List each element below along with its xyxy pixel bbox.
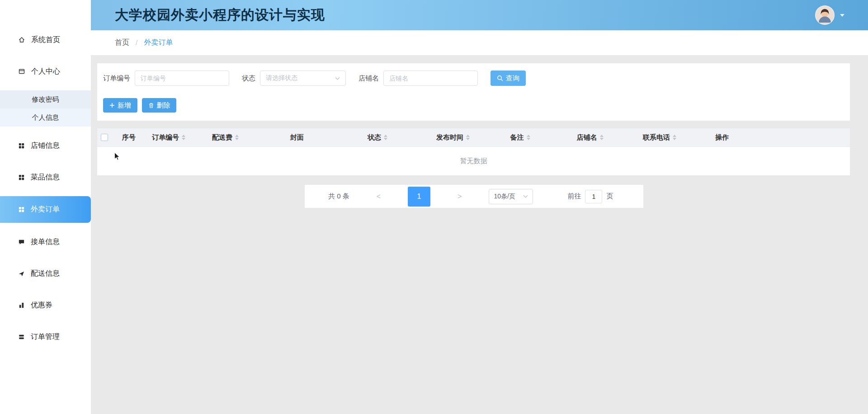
select-all-checkbox[interactable]: [101, 134, 108, 141]
sidebar-item-order-management[interactable]: 订单管理: [0, 324, 91, 349]
home-icon: [18, 36, 25, 43]
page-size-value: 10条/页: [494, 193, 515, 201]
sidebar-item-label: 修改密码: [32, 95, 59, 104]
chevron-down-icon: [335, 77, 340, 80]
search-button[interactable]: 查询: [491, 71, 526, 86]
pagination-prev-button[interactable]: <: [374, 192, 383, 201]
sidebar-submenu: 修改密码 个人信息: [0, 90, 91, 127]
sort-carets-icon: [235, 135, 239, 140]
sidebar-item-label: 个人信息: [32, 113, 59, 122]
grid-icon: [18, 174, 25, 181]
send-icon: [18, 270, 25, 277]
delete-button[interactable]: 删除: [142, 98, 176, 113]
breadcrumb-home[interactable]: 首页: [115, 38, 129, 47]
grid-icon: [18, 206, 25, 213]
column-label: 序号: [122, 133, 136, 142]
sidebar-item-dish-info[interactable]: 菜品信息: [0, 165, 91, 190]
sidebar-item-label: 配送信息: [31, 269, 60, 278]
sidebar-item-system-home[interactable]: 系统首页: [0, 27, 91, 52]
order-no-field: 订单编号: [103, 71, 229, 86]
sidebar-item-personal-center[interactable]: 个人中心: [0, 59, 91, 84]
column-label: 状态: [368, 133, 381, 142]
sort-carets-icon: [182, 135, 185, 140]
table-header-checkbox-cell: [97, 134, 113, 141]
add-button-label: 新增: [118, 101, 131, 110]
shop-name-input[interactable]: [383, 71, 478, 86]
sidebar-item-delivery-info[interactable]: 配送信息: [0, 261, 91, 286]
table-header-order-no[interactable]: 订单编号: [145, 133, 193, 142]
sidebar-item-order-taking-info[interactable]: 接单信息: [0, 229, 91, 254]
pagination-next-button[interactable]: >: [455, 192, 464, 201]
order-no-input[interactable]: [135, 71, 229, 86]
order-no-label: 订单编号: [103, 74, 130, 83]
table-header-phone[interactable]: 联系电话: [627, 133, 693, 142]
sidebar-item-personal-info[interactable]: 个人信息: [0, 108, 91, 127]
sidebar-item-takeout-orders[interactable]: 外卖订单: [0, 196, 91, 223]
sidebar-item-label: 外卖订单: [31, 205, 60, 214]
status-select[interactable]: 请选择状态: [260, 71, 346, 86]
toolbar: 新增 删除: [103, 98, 850, 113]
shop-name-label: 店铺名: [359, 74, 379, 83]
message-icon: [18, 239, 25, 245]
sidebar-item-change-password[interactable]: 修改密码: [0, 90, 91, 108]
chevron-down-icon[interactable]: [840, 14, 844, 17]
shop-name-field: 店铺名: [359, 71, 478, 86]
goto-label: 前往: [567, 192, 581, 201]
column-label: 店铺名: [577, 133, 597, 142]
pagination: 共 0 条 < 1 > 10条/页 前往 页: [305, 185, 643, 208]
sidebar-item-label: 订单管理: [31, 332, 60, 342]
search-button-label: 查询: [506, 74, 519, 83]
sort-carets-icon: [600, 135, 604, 140]
sidebar: 系统首页 个人中心 修改密码 个人信息 店铺信息 菜品信息 外卖订单: [0, 0, 91, 414]
pagination-page-1[interactable]: 1: [408, 187, 430, 207]
column-label: 订单编号: [152, 133, 179, 142]
profile-card-icon: [18, 68, 25, 75]
search-panel: 订单编号 状态 请选择状态 店铺名 查询 新增: [97, 63, 850, 121]
delete-button-label: 删除: [157, 101, 170, 110]
page-size-select[interactable]: 10条/页: [489, 189, 533, 204]
table-header-delivery-fee[interactable]: 配送费: [193, 133, 258, 142]
sidebar-item-label: 接单信息: [31, 237, 60, 247]
sidebar-item-coupons[interactable]: 优惠券: [0, 292, 91, 318]
sort-carets-icon: [527, 135, 530, 140]
table-header-shop-name[interactable]: 店铺名: [553, 133, 627, 142]
status-select-placeholder: 请选择状态: [266, 74, 297, 82]
column-label: 配送费: [212, 133, 232, 142]
table-header-cover: 封面: [258, 133, 336, 142]
table-header-row: 序号 订单编号 配送费 封面 状态 发布时间 备注: [97, 128, 850, 147]
chevron-down-icon: [523, 195, 528, 198]
avatar[interactable]: [815, 5, 835, 25]
table-header-actions: 操作: [693, 133, 850, 142]
sidebar-item-label: 系统首页: [31, 35, 60, 45]
page-title: 大学校园外卖小程序的设计与实现: [115, 6, 325, 24]
goto-page-input[interactable]: [585, 190, 602, 203]
column-label: 发布时间: [436, 133, 463, 142]
column-label: 封面: [290, 133, 304, 142]
breadcrumb: 首页 / 外卖订单: [91, 30, 868, 55]
table-header-status[interactable]: 状态: [336, 133, 419, 142]
plus-icon: [109, 103, 115, 108]
add-button[interactable]: 新增: [103, 98, 137, 113]
data-table: 序号 订单编号 配送费 封面 状态 发布时间 备注: [97, 128, 850, 175]
column-label: 操作: [715, 133, 729, 142]
pagination-total: 共 0 条: [328, 192, 349, 201]
status-field: 状态 请选择状态: [242, 71, 346, 86]
user-menu: [815, 0, 844, 30]
search-icon: [497, 75, 503, 81]
table-header-index: 序号: [113, 133, 145, 142]
avatar-image: [816, 6, 834, 24]
column-label: 联系电话: [643, 133, 670, 142]
search-row: 订单编号 状态 请选择状态 店铺名 查询: [103, 70, 850, 86]
sort-carets-icon: [384, 135, 387, 140]
table-header-publish-time[interactable]: 发布时间: [419, 133, 487, 142]
sidebar-item-shop-info[interactable]: 店铺信息: [0, 133, 91, 158]
screen: 系统首页 个人中心 修改密码 个人信息 店铺信息 菜品信息 外卖订单: [0, 0, 868, 414]
breadcrumb-separator: /: [136, 39, 137, 47]
status-label: 状态: [242, 74, 255, 83]
table-header-remark[interactable]: 备注: [487, 133, 553, 142]
sort-carets-icon: [673, 135, 676, 140]
grid-icon: [18, 142, 25, 149]
breadcrumb-current[interactable]: 外卖订单: [144, 38, 173, 47]
sidebar-item-label: 个人中心: [31, 67, 60, 76]
trash-icon: [148, 103, 154, 108]
